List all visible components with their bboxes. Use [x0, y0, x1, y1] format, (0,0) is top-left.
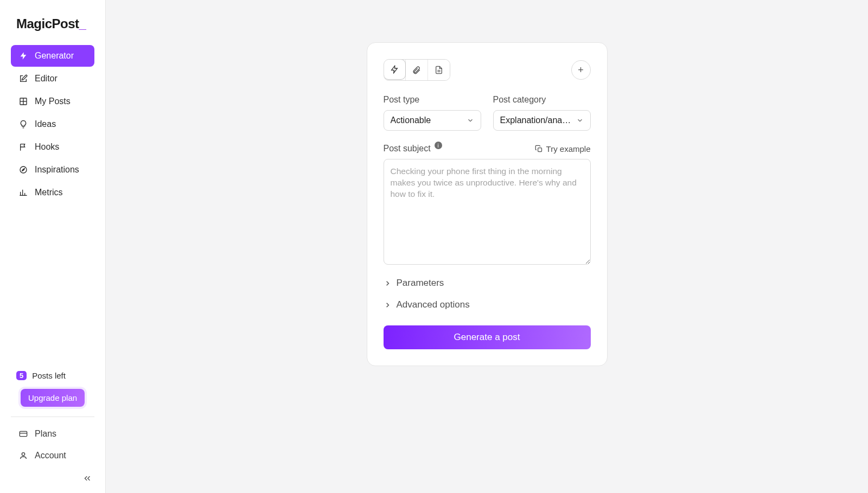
credit-card-icon	[18, 429, 28, 439]
chevrons-left-icon	[82, 473, 92, 483]
sidebar-bottom: 5 Posts left Upgrade plan Plans Account	[0, 369, 105, 467]
divider	[11, 417, 94, 417]
bar-chart-icon	[18, 188, 28, 197]
advanced-options-toggle[interactable]: Advanced options	[384, 299, 591, 310]
sidebar-item-account[interactable]: Account	[11, 445, 94, 466]
svg-rect-9	[20, 431, 27, 436]
logo-text: MagicPost	[16, 16, 79, 31]
sidebar-item-label: Account	[35, 451, 66, 460]
edit-icon	[18, 74, 28, 84]
input-mode-tabs	[384, 59, 450, 81]
parameters-toggle[interactable]: Parameters	[384, 278, 591, 289]
posts-left: 5 Posts left	[11, 369, 94, 382]
tab-document[interactable]	[427, 60, 450, 80]
svg-point-3	[20, 167, 27, 173]
plus-icon: +	[578, 65, 584, 76]
parameters-label: Parameters	[397, 278, 444, 289]
bottom-nav: Plans Account	[11, 424, 94, 466]
sidebar-item-label: Plans	[35, 429, 56, 439]
copy-icon	[535, 145, 543, 153]
chevron-right-icon	[384, 279, 392, 287]
sidebar: MagicPost_ Generator Editor My Posts Ide…	[0, 0, 106, 493]
subject-header: Post subject i Try example	[384, 144, 591, 153]
main-content: + Post type Actionable Post category Exp…	[106, 0, 868, 493]
sidebar-item-label: Generator	[35, 51, 74, 61]
try-example-label: Try example	[546, 144, 591, 153]
upgrade-plan-button[interactable]: Upgrade plan	[21, 389, 85, 407]
sidebar-item-label: My Posts	[35, 97, 71, 106]
sidebar-item-my-posts[interactable]: My Posts	[11, 91, 94, 112]
sidebar-item-inspirations[interactable]: Inspirations	[11, 159, 94, 181]
chevron-down-icon	[467, 117, 474, 124]
svg-point-11	[22, 453, 24, 456]
sidebar-item-ideas[interactable]: Ideas	[11, 113, 94, 135]
sidebar-item-generator[interactable]: Generator	[11, 45, 94, 67]
post-subject-label: Post subject i	[384, 144, 442, 153]
bolt-icon	[18, 51, 28, 61]
sidebar-item-label: Inspirations	[35, 165, 79, 175]
sidebar-item-editor[interactable]: Editor	[11, 68, 94, 89]
chevron-right-icon	[384, 301, 392, 309]
post-type-label: Post type	[384, 95, 481, 105]
card-top-row: +	[384, 59, 591, 81]
paperclip-icon	[412, 66, 421, 75]
post-type-value: Actionable	[391, 116, 431, 125]
sidebar-item-label: Ideas	[35, 119, 56, 129]
flag-icon	[18, 142, 28, 152]
post-category-col: Post category Explanation/analysis	[493, 95, 591, 131]
try-example-button[interactable]: Try example	[535, 144, 591, 153]
post-type-select[interactable]: Actionable	[384, 110, 481, 131]
document-icon	[435, 66, 443, 74]
lightbulb-icon	[18, 119, 28, 129]
post-type-col: Post type Actionable	[384, 95, 481, 131]
svg-marker-4	[22, 168, 24, 171]
sidebar-item-metrics[interactable]: Metrics	[11, 182, 94, 203]
posts-left-label: Posts left	[32, 371, 66, 380]
add-button[interactable]: +	[571, 60, 591, 80]
post-category-value: Explanation/analysis	[500, 116, 573, 125]
generate-post-button[interactable]: Generate a post	[384, 325, 591, 349]
logo: MagicPost_	[0, 0, 105, 45]
info-icon[interactable]: i	[435, 142, 442, 149]
sidebar-item-label: Editor	[35, 74, 58, 84]
bolt-icon	[390, 65, 399, 74]
post-subject-label-text: Post subject	[384, 144, 431, 153]
user-icon	[18, 451, 28, 460]
post-category-select[interactable]: Explanation/analysis	[493, 110, 591, 131]
chevron-down-icon	[576, 117, 584, 124]
sidebar-item-plans[interactable]: Plans	[11, 424, 94, 444]
logo-cursor: _	[79, 16, 86, 31]
post-category-label: Post category	[493, 95, 591, 105]
sidebar-item-label: Metrics	[35, 188, 63, 197]
main-nav: Generator Editor My Posts Ideas Hooks	[0, 45, 105, 369]
post-subject-textarea[interactable]	[384, 159, 591, 265]
form-row-selects: Post type Actionable Post category Expla…	[384, 95, 591, 131]
sidebar-collapse-button[interactable]	[82, 467, 105, 493]
advanced-options-label: Advanced options	[397, 299, 470, 310]
grid-icon	[18, 97, 28, 106]
tab-attachment[interactable]	[405, 60, 427, 80]
generator-card: + Post type Actionable Post category Exp…	[367, 42, 608, 366]
compass-icon	[18, 165, 28, 175]
sidebar-item-label: Hooks	[35, 142, 59, 152]
sidebar-item-hooks[interactable]: Hooks	[11, 136, 94, 158]
posts-left-badge: 5	[16, 371, 27, 380]
svg-rect-14	[538, 148, 541, 151]
tab-bolt[interactable]	[384, 59, 406, 80]
